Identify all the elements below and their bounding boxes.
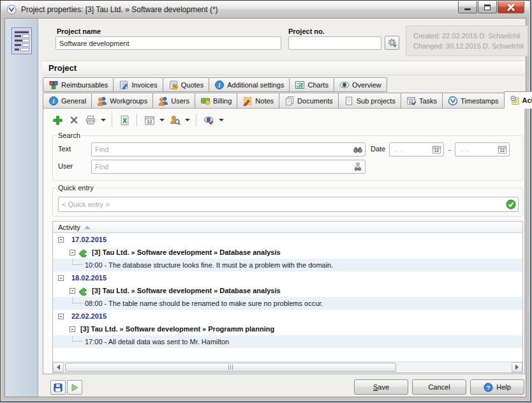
project-no-settings-button[interactable] [385,36,399,50]
collapse-toggle-icon[interactable] [70,288,75,294]
binoculars-icon[interactable] [353,144,363,155]
minimize-button[interactable] [458,1,477,13]
cubes-icon [48,80,59,90]
toolbar-separator [196,114,196,126]
user-search-icon[interactable] [353,162,363,172]
close-button[interactable] [498,1,524,13]
collapse-toggle-icon[interactable] [58,237,64,243]
start-button[interactable] [67,380,82,395]
collapse-toggle-icon[interactable] [70,326,75,332]
tab-tasks[interactable]: 12 Tasks [401,93,443,109]
scrollbar-thumb[interactable] [65,363,396,372]
tab-timestamps[interactable]: Timestamps [442,93,505,109]
tab-label: Invoices [131,81,157,89]
scroll-left-button[interactable] [53,362,64,372]
scrollbar-track[interactable] [64,362,512,372]
quick-save-button[interactable] [50,380,66,395]
user-filter-button[interactable] [167,112,182,128]
tree-date-row[interactable]: 18.02.2015 [53,271,522,284]
help-button[interactable]: ? Help [470,379,524,395]
calendar-filter-button[interactable]: 12 [142,112,157,128]
tree-date-row[interactable]: 17.02.2015 [53,233,522,246]
tab-workgroups[interactable]: Workgroups [91,93,153,109]
tree-project-row[interactable]: [3] Tau Ltd. » Software development » Pr… [53,323,522,335]
collapse-toggle-icon[interactable] [58,314,64,319]
activity-project: [3] Tau Ltd. » Software development » Da… [92,287,281,294]
print-icon [85,115,96,125]
cancel-label: Cancel [428,383,450,391]
tree-entry-row[interactable]: 10:00 - The database structure looks fin… [53,259,522,271]
tab-notes[interactable]: Notes [237,93,279,109]
tab-billing[interactable]: Billing [195,93,237,109]
tab-activity-report[interactable]: Activity Report [504,91,532,109]
minimize-icon [464,8,471,10]
audit-info-panel: Created: 22.02.2015 D. Schaelchli Change… [406,26,528,56]
calendar-icon[interactable]: 12 [498,145,507,155]
tab-reimbursables[interactable]: Reimbursables [43,77,114,92]
calendar-dropdown[interactable] [158,112,166,128]
maximize-button[interactable] [478,1,497,13]
user-search-input[interactable] [95,163,353,171]
save-button[interactable]: Save [354,379,408,395]
form-icon-bar [15,49,19,50]
add-button[interactable] [50,112,65,128]
calendar-check-icon: 12 [406,96,417,106]
tab-users[interactable]: Users [152,93,195,109]
sort-ascending-icon [84,225,91,229]
tab-general[interactable]: i General [43,93,92,109]
tree-project-row[interactable]: [3] Tau Ltd. » Software development » Da… [53,284,522,297]
tree-date-row[interactable]: 22.02.2015 [53,310,522,323]
tab-label: Notes [255,97,274,105]
tab-documents[interactable]: Documents [279,93,339,109]
note-icon [242,96,253,106]
date-from-input[interactable] [393,146,432,153]
text-search-input[interactable] [95,146,353,153]
project-name-input[interactable] [55,36,281,50]
help-icon: ? [484,383,493,392]
tab-charts[interactable]: Charts [289,77,334,92]
tree-entry-row[interactable]: 17:00 - All detail data was sent to Mr. … [53,335,522,348]
collapse-toggle-icon[interactable] [70,250,75,255]
project-no-input[interactable] [288,36,381,50]
tab-label: Workgroups [110,97,147,105]
date-from-field: 12 [389,142,444,156]
tree-entry-row[interactable]: 08:00 - The table name should be renamed… [53,297,522,310]
project-properties-window: Project properties: [3] Tau Ltd. » Softw… [0,0,531,402]
cancel-button[interactable]: Cancel [412,379,466,395]
scroll-right-button[interactable] [512,362,522,372]
activity-date: 22.02.2015 [71,312,107,320]
tab-invoices[interactable]: Invoices [113,77,163,92]
tab-row-secondary: Reimbursables Invoices % Quotes i Additi… [43,77,387,92]
title-bar[interactable]: Project properties: [3] Tau Ltd. » Softw… [1,1,529,18]
user-filter-dropdown[interactable] [184,112,191,128]
dialog-body: Project name Project no. Created: 22.02.… [4,18,526,397]
tab-label: Reimbursables [61,81,108,89]
calendar-icon[interactable]: 12 [432,145,441,155]
svg-text:?: ? [487,384,491,391]
tab-additional-settings[interactable]: i Additional settings [209,77,290,92]
people-icon [158,96,168,106]
tab-overview[interactable]: Overview [334,77,387,92]
tab-label: General [61,97,86,105]
activity-column-header[interactable]: Activity [53,222,522,233]
section-header: Project [43,61,525,75]
form-page-icon[interactable] [11,27,32,54]
tree-project-row[interactable]: [3] Tau Ltd. » Software development » Da… [53,246,522,259]
print-dropdown[interactable] [100,112,107,128]
delete-button[interactable] [66,112,82,128]
print-button[interactable] [83,112,98,128]
horizontal-scrollbar[interactable] [53,361,522,372]
quick-entry-input[interactable] [62,201,506,208]
export-excel-button[interactable]: X [117,112,132,128]
main-area: Project name Project no. Created: 22.02.… [39,19,526,397]
tab-label: Timestamps [461,97,499,105]
tab-sub-projects[interactable]: Sub projects [338,93,401,109]
collapse-toggle-icon[interactable] [58,275,64,281]
date-to-input[interactable] [459,146,498,153]
tab-label: Additional settings [227,81,284,89]
confirm-check-icon[interactable] [506,199,516,209]
view-filter-button[interactable] [201,112,216,128]
tab-quotes[interactable]: % Quotes [163,77,209,92]
view-filter-dropdown[interactable] [218,112,225,128]
clock-icon [448,96,458,106]
